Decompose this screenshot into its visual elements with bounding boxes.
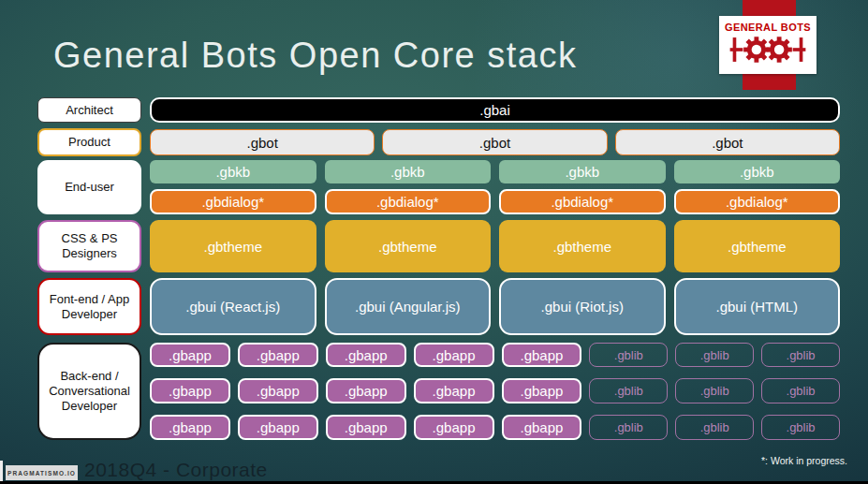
stack-row-apps1: .gbapp.gbapp.gbapp.gbapp.gbapp.gblib.gbl… — [150, 343, 840, 367]
stack-box-gbkb: .gbkb — [150, 160, 316, 183]
stack-box-gbkb: .gbkb — [499, 160, 666, 183]
footer-edge-line — [0, 461, 3, 482]
stack-box-gbapp: .gbapp — [414, 343, 494, 367]
stack-box-gblib: .gblib — [589, 378, 668, 403]
stack-box-gbdialog: .gbdialog* — [674, 189, 841, 214]
stack-row-apps3: .gbapp.gbapp.gbapp.gbapp.gbapp.gblib.gbl… — [150, 415, 840, 440]
stack-box-gbot: .gbot — [150, 129, 375, 155]
stack-row-gbai: .gbai — [150, 97, 840, 123]
stack-box-gbapp: .gbapp — [150, 415, 230, 440]
role-label-text: CSS & PS Designers — [45, 231, 134, 261]
stack-box-gbapp: .gbapp — [414, 378, 494, 403]
stack-box-gblib: .gblib — [589, 343, 668, 367]
stack-box-gblib: .gblib — [761, 415, 840, 440]
stack-box-gblib: .gblib — [761, 378, 840, 403]
role-label-architect: Architect — [37, 97, 141, 123]
stack-box-gbai: .gbai — [150, 97, 840, 123]
role-label-frontend: Font-end / App Developer — [37, 278, 141, 335]
stack-box-gbtheme: .gbtheme — [674, 220, 841, 272]
stack-box-gbtheme: .gbtheme — [325, 220, 492, 272]
stack-box-gbdialog: .gbdialog* — [325, 189, 492, 214]
stack-box-gbapp: .gbapp — [326, 378, 406, 403]
role-label-text: Back-end / Conversational Developer — [45, 369, 134, 414]
slide: General Bots Open Core stack GENERAL BOT… — [0, 0, 868, 484]
stack-box-gblib: .gblib — [675, 415, 754, 440]
stack-box-gbkb: .gbkb — [325, 160, 492, 183]
stack-box-gbapp: .gbapp — [150, 378, 230, 403]
role-label-product: Product — [37, 128, 141, 156]
stack-box-gbtheme: .gbtheme — [499, 220, 666, 272]
stack-box-gbapp: .gbapp — [502, 415, 582, 440]
stack-box-gbapp: .gbapp — [238, 415, 318, 440]
stack-box-gblib: .gblib — [675, 343, 754, 367]
stack-box-gbapp: .gbapp — [238, 343, 318, 367]
general-bots-logo: GENERAL BOTS — [719, 16, 817, 74]
stack-row-gbui: .gbui (React.js).gbui (Angular.js).gbui … — [150, 278, 840, 335]
role-label-text: Font-end / App Developer — [45, 292, 134, 322]
role-label-end-user: End-user — [37, 160, 141, 214]
stack-row-gbot: .gbot.gbot.gbot — [150, 129, 840, 155]
stack-box-gbapp: .gbapp — [326, 343, 406, 367]
stack-box-gblib: .gblib — [675, 378, 754, 403]
stack-box-gbapp: .gbapp — [502, 378, 582, 403]
role-label-designers: CSS & PS Designers — [37, 220, 141, 272]
stack-box-gbui: .gbui (Riot.js) — [499, 278, 666, 335]
logo-brand-text: GENERAL BOTS — [725, 22, 811, 33]
stack-box-gbdialog: .gbdialog* — [499, 189, 666, 214]
pragmatismo-badge: PRAGMATISMO.IO — [6, 465, 78, 480]
stack-box-gbui: .gbui (Angular.js) — [325, 278, 492, 335]
stack-row-apps2: .gbapp.gbapp.gbapp.gbapp.gbapp.gblib.gbl… — [150, 378, 840, 403]
stack-box-gblib: .gblib — [761, 343, 840, 367]
role-label-backend: Back-end / Conversational Developer — [37, 343, 141, 440]
stack-box-gbapp: .gbapp — [150, 343, 230, 367]
stack-box-gbdialog: .gbdialog* — [150, 189, 316, 214]
stack-row-gbkb: .gbkb.gbkb.gbkb.gbkb — [150, 160, 840, 183]
stack-box-gbapp: .gbapp — [502, 343, 582, 367]
stack-box-gbot: .gbot — [615, 129, 840, 155]
stack-box-gbot: .gbot — [382, 129, 607, 155]
work-in-progress-note: *: Work in progress. — [761, 455, 847, 466]
gears-icon — [728, 34, 807, 69]
footer-edition: 2018Q4 - Corporate — [84, 459, 268, 481]
stack-box-gbapp: .gbapp — [414, 415, 494, 440]
role-label-text: Product — [68, 135, 110, 150]
page-title: General Bots Open Core stack — [53, 36, 577, 76]
role-label-text: Architect — [66, 103, 113, 118]
stack-box-gbtheme: .gbtheme — [150, 220, 316, 272]
stack-box-gbkb: .gbkb — [674, 160, 841, 183]
stack-row-gbtheme: .gbtheme.gbtheme.gbtheme.gbtheme — [150, 220, 840, 272]
stack-box-gbui: .gbui (HTML) — [674, 278, 841, 335]
stack-box-gbapp: .gbapp — [326, 415, 406, 440]
stack-box-gbapp: .gbapp — [238, 378, 318, 403]
stack-row-gbdialog: .gbdialog*.gbdialog*.gbdialog*.gbdialog* — [150, 189, 840, 214]
stack-box-gbui: .gbui (React.js) — [150, 278, 316, 335]
role-label-text: End-user — [65, 180, 114, 195]
stack-box-gblib: .gblib — [589, 415, 668, 440]
